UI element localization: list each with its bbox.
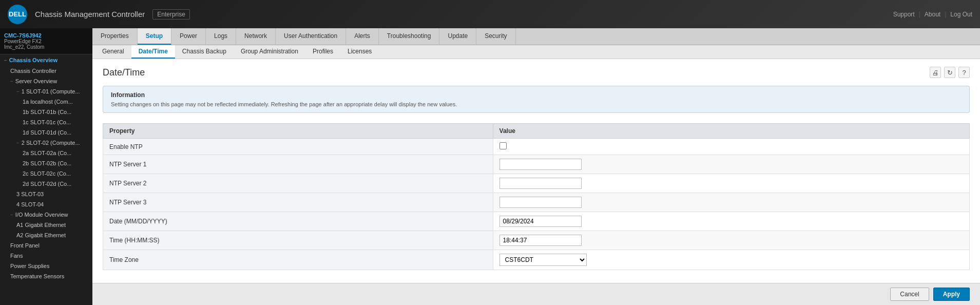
time-input[interactable] bbox=[499, 235, 582, 246]
header-left: DELL Chassis Management Controller Enter… bbox=[8, 5, 190, 24]
sidebar-label: Front Panel bbox=[10, 242, 40, 249]
tab-datetime[interactable]: Date/Time bbox=[131, 45, 175, 59]
sidebar-item-2c[interactable]: 2c SLOT-02c (Co... bbox=[0, 168, 92, 179]
collapse-icon: − bbox=[16, 140, 20, 146]
sidebar-item-chassis-overview[interactable]: − Chassis Overview bbox=[0, 54, 92, 66]
property-date: Date (MM/DD/YYYY) bbox=[103, 212, 493, 231]
nav-divider-1: | bbox=[919, 11, 920, 18]
sidebar-item-power-supplies[interactable]: Power Supplies bbox=[0, 261, 92, 271]
sidebar-item-chassis-controller[interactable]: Chassis Controller bbox=[0, 66, 92, 76]
tab-chassis-backup[interactable]: Chassis Backup bbox=[175, 45, 234, 59]
tab-security[interactable]: Security bbox=[476, 28, 515, 45]
sidebar-item-2b[interactable]: 2b SLOT-02b (Co... bbox=[0, 158, 92, 168]
sidebar-item-a1[interactable]: A1 Gigabit Ethernet bbox=[0, 220, 92, 230]
sidebar-item-slot01[interactable]: − 1 SLOT-01 (Compute... bbox=[0, 86, 92, 97]
apply-button[interactable]: Apply bbox=[933, 288, 970, 301]
tab-alerts[interactable]: Alerts bbox=[346, 28, 379, 45]
tab-group-admin[interactable]: Group Administration bbox=[234, 45, 305, 59]
sidebar-item-slot03[interactable]: 3 SLOT-03 bbox=[0, 189, 92, 199]
help-button[interactable]: ? bbox=[958, 67, 970, 78]
footer-bar: Cancel Apply bbox=[92, 283, 980, 305]
sidebar-label: 2d SLOT-02d (Co... bbox=[23, 181, 71, 187]
collapse-icon: − bbox=[10, 212, 13, 218]
sidebar-header: CMC-7S6J942 PowerEdge FX2 Imc_e22, Custo… bbox=[0, 28, 92, 54]
tab-licenses[interactable]: Licenses bbox=[340, 45, 379, 59]
sidebar-label: 3 SLOT-03 bbox=[16, 191, 44, 197]
sidebar-item-fans[interactable]: Fans bbox=[0, 251, 92, 261]
sidebar-label: 1b SLOT-01b (Co... bbox=[23, 109, 71, 115]
sidebar-label: A1 Gigabit Ethernet bbox=[16, 222, 66, 228]
sidebar-item-1a[interactable]: 1a localhost (Com... bbox=[0, 97, 92, 107]
property-ntp2: NTP Server 2 bbox=[103, 174, 493, 193]
tab-profiles[interactable]: Profiles bbox=[305, 45, 340, 59]
sidebar-item-1c[interactable]: 1c SLOT-01c (Co... bbox=[0, 117, 92, 127]
sidebar-item-2a[interactable]: 2a SLOT-02a (Co... bbox=[0, 148, 92, 158]
sidebar-label: 2 SLOT-02 (Compute... bbox=[22, 140, 80, 146]
enable-ntp-checkbox[interactable] bbox=[499, 142, 507, 149]
sidebar-label: Temperature Sensors bbox=[10, 273, 64, 279]
sidebar-label: Fans bbox=[10, 253, 23, 259]
value-ntp1 bbox=[493, 155, 969, 174]
ntp-server-1-input[interactable] bbox=[499, 159, 582, 170]
property-time: Time (HH:MM:SS) bbox=[103, 231, 493, 250]
page-title-bar: Date/Time 🖨 ↻ ? bbox=[103, 67, 970, 78]
sidebar-item-2d[interactable]: 2d SLOT-02d (Co... bbox=[0, 179, 92, 189]
ntp-server-3-input[interactable] bbox=[499, 197, 582, 208]
sidebar-item-slot04[interactable]: 4 SLOT-04 bbox=[0, 199, 92, 209]
cmc-id: CMC-7S6J942 bbox=[4, 32, 88, 39]
tab-update[interactable]: Update bbox=[439, 28, 476, 45]
ntp-server-2-input[interactable] bbox=[499, 178, 582, 189]
property-ntp1: NTP Server 1 bbox=[103, 155, 493, 174]
sidebar-label: Chassis Overview bbox=[9, 57, 57, 63]
sidebar-label: 1a localhost (Com... bbox=[23, 99, 73, 105]
sidebar-item-a2[interactable]: A2 Gigabit Ethernet bbox=[0, 230, 92, 240]
sidebar-item-slot02[interactable]: − 2 SLOT-02 (Compute... bbox=[0, 138, 92, 148]
about-link[interactable]: About bbox=[925, 11, 940, 18]
sidebar-item-1b[interactable]: 1b SLOT-01b (Co... bbox=[0, 107, 92, 117]
collapse-icon: − bbox=[16, 89, 20, 94]
table-row: NTP Server 1 bbox=[103, 155, 970, 174]
tab-general[interactable]: General bbox=[95, 45, 131, 59]
sidebar-item-server-overview[interactable]: − Server Overview bbox=[0, 76, 92, 86]
value-ntp3 bbox=[493, 193, 969, 212]
timezone-select[interactable]: CST6CDT UTC EST5EDT PST8PDT MST7MDT bbox=[499, 254, 587, 266]
property-timezone: Time Zone bbox=[103, 250, 493, 270]
table-row: Time (HH:MM:SS) bbox=[103, 231, 970, 250]
info-box-text: Setting changes on this page may not be … bbox=[111, 101, 962, 107]
tab-power[interactable]: Power bbox=[171, 28, 206, 45]
page-icons: 🖨 ↻ ? bbox=[930, 67, 970, 78]
support-link[interactable]: Support bbox=[893, 11, 915, 18]
datetime-form-table: Property Value Enable NTP NTP Server 1 bbox=[103, 123, 970, 270]
primary-tab-bar: Properties Setup Power Logs Network User… bbox=[92, 28, 980, 45]
cancel-button[interactable]: Cancel bbox=[890, 288, 929, 301]
sidebar-label: 2a SLOT-02a (Co... bbox=[23, 150, 71, 156]
table-row: Time Zone CST6CDT UTC EST5EDT PST8PDT MS… bbox=[103, 250, 970, 270]
value-enable-ntp bbox=[493, 139, 969, 155]
date-input[interactable] bbox=[499, 216, 582, 227]
print-button[interactable]: 🖨 bbox=[930, 67, 941, 78]
tab-setup[interactable]: Setup bbox=[138, 28, 171, 45]
sidebar-label: 4 SLOT-04 bbox=[16, 201, 44, 207]
cmc-custom: Imc_e22, Custom bbox=[4, 44, 88, 50]
property-ntp3: NTP Server 3 bbox=[103, 193, 493, 212]
property-enable-ntp: Enable NTP bbox=[103, 139, 493, 155]
sidebar-item-io-overview[interactable]: − I/O Module Overview bbox=[0, 209, 92, 220]
sidebar-item-temp-sensors[interactable]: Temperature Sensors bbox=[0, 271, 92, 281]
tab-logs[interactable]: Logs bbox=[206, 28, 236, 45]
info-box: Information Setting changes on this page… bbox=[103, 86, 970, 113]
sidebar-item-front-panel[interactable]: Front Panel bbox=[0, 240, 92, 251]
sidebar-label: 1c SLOT-01c (Co... bbox=[23, 119, 71, 125]
tab-troubleshooting[interactable]: Troubleshooting bbox=[379, 28, 440, 45]
sidebar-item-1d[interactable]: 1d SLOT-01d (Co... bbox=[0, 127, 92, 138]
tab-user-authentication[interactable]: User Authentication bbox=[276, 28, 346, 45]
sidebar-label: Power Supplies bbox=[10, 263, 49, 269]
refresh-button[interactable]: ↻ bbox=[944, 67, 955, 78]
sidebar-label: 1 SLOT-01 (Compute... bbox=[22, 88, 80, 94]
logout-link[interactable]: Log Out bbox=[950, 11, 972, 18]
sidebar-label: I/O Module Overview bbox=[15, 212, 68, 218]
sidebar-label: Server Overview bbox=[15, 78, 57, 84]
value-ntp2 bbox=[493, 174, 969, 193]
tab-properties[interactable]: Properties bbox=[92, 28, 138, 45]
enterprise-badge: Enterprise bbox=[152, 9, 190, 20]
tab-network[interactable]: Network bbox=[236, 28, 276, 45]
